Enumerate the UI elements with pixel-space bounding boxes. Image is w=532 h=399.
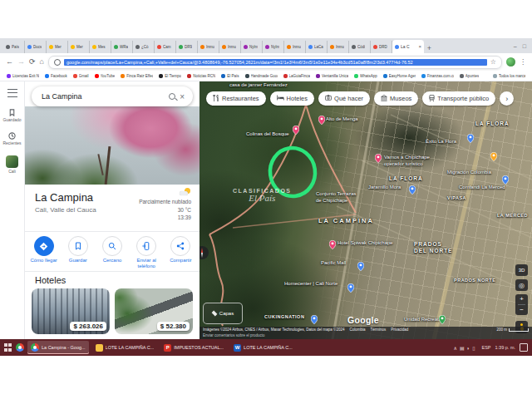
- forward-icon[interactable]: →: [17, 58, 25, 66]
- tray-caret-icon[interactable]: ∧: [454, 346, 457, 351]
- browser-tab[interactable]: Inmu: [328, 41, 349, 53]
- map-pin-orange[interactable]: [490, 150, 497, 165]
- url-text[interactable]: google.com/maps/place/La+Campina,+Cali,+…: [64, 59, 487, 66]
- browser-tab[interactable]: Inmu: [284, 41, 306, 53]
- attribution-link[interactable]: Colombia: [349, 328, 365, 333]
- map-pin-blue[interactable]: [502, 173, 509, 188]
- browser-tab[interactable]: Inmu: [219, 41, 241, 53]
- chrome-pinned-icon[interactable]: [16, 343, 24, 352]
- bookmarks-overflow[interactable]: Todos los marcad...: [493, 74, 525, 78]
- clock[interactable]: 1:39 p. m.: [495, 345, 515, 350]
- map-pin-green[interactable]: [439, 313, 446, 328]
- compass-control[interactable]: [200, 246, 209, 259]
- map-pin-pink[interactable]: [329, 238, 336, 253]
- home-icon[interactable]: ⌂: [40, 58, 44, 66]
- hotel-card[interactable]: $ 52.380: [115, 288, 193, 334]
- menu-icon[interactable]: [7, 89, 17, 97]
- chip-restaurant[interactable]: Restaurantes: [206, 91, 266, 106]
- place-photo[interactable]: [25, 106, 200, 185]
- zoom-out-button[interactable]: −: [520, 307, 524, 313]
- bookmark-item[interactable]: Finanzas.com.co: [421, 74, 454, 78]
- active-tab[interactable]: La C ×: [392, 40, 424, 53]
- bookmark-item[interactable]: Facebook: [45, 74, 67, 78]
- browser-tab[interactable]: Mer: [68, 41, 90, 53]
- action-share[interactable]: Compartir: [164, 236, 197, 269]
- taskbar-app-button[interactable]: LOTE LA CAMPIÑA C...: [92, 341, 158, 354]
- notification-center-icon[interactable]: [520, 343, 528, 352]
- kebab-menu-icon[interactable]: ⋮: [520, 58, 526, 66]
- bookmark-item[interactable]: YouTube: [95, 74, 116, 78]
- tray-network-icon[interactable]: ▯: [472, 346, 475, 351]
- map-pin-pink[interactable]: [375, 151, 382, 166]
- browser-tab[interactable]: Mes: [90, 41, 111, 53]
- search-input[interactable]: [40, 91, 165, 101]
- refresh-icon[interactable]: ⟳: [29, 58, 36, 66]
- feedback-link[interactable]: Enviar comentarios sobre el producto: [203, 333, 529, 339]
- tab-close-icon[interactable]: ×: [418, 44, 421, 49]
- browser-tab[interactable]: DR9: [176, 41, 198, 53]
- browser-tab[interactable]: Inmu: [198, 41, 219, 53]
- 3d-toggle-button[interactable]: 3D: [515, 264, 528, 276]
- map-pin-blue[interactable]: [347, 281, 354, 296]
- profile-avatar[interactable]: [506, 57, 515, 66]
- sidebar-item-recents[interactable]: Recientes: [2, 132, 21, 145]
- browser-tab[interactable]: ¿Có: [133, 41, 155, 53]
- new-tab-button[interactable]: +: [424, 42, 435, 53]
- map-pin-blue[interactable]: [467, 131, 474, 146]
- browser-tab[interactable]: Cam: [155, 41, 176, 53]
- chip-camera[interactable]: Qué hacer: [318, 91, 370, 106]
- chips-more-button[interactable]: ›: [500, 91, 514, 106]
- map-pin-blue[interactable]: [409, 183, 416, 198]
- browser-tab[interactable]: Nylm: [263, 41, 284, 53]
- tray-volume-icon[interactable]: ◗: [467, 346, 470, 351]
- map-pin-pink[interactable]: [293, 123, 299, 138]
- sidebar-item-saved[interactable]: Guardado: [2, 109, 21, 122]
- taskbar-app-button[interactable]: La Campina - Goog...: [27, 341, 89, 354]
- sidebar-item-profile[interactable]: Cali: [6, 155, 18, 174]
- back-icon[interactable]: ←: [6, 58, 13, 66]
- bookmark-item[interactable]: WhatsApp: [354, 74, 377, 78]
- taskbar-app-button[interactable]: PIMPUESTOS ACTUAL...: [160, 341, 227, 354]
- map-pin-blue[interactable]: [357, 259, 364, 274]
- zoom-in-button[interactable]: +: [520, 296, 524, 303]
- browser-tab[interactable]: Nylm: [241, 41, 263, 53]
- bookmark-star-icon[interactable]: ☆: [490, 58, 496, 66]
- map-pin-pink[interactable]: [318, 113, 325, 128]
- action-bookmark[interactable]: Guardar: [62, 236, 95, 269]
- bookmark-item[interactable]: Noticias RCN: [187, 74, 215, 78]
- bookmark-item[interactable]: Finca Raiz Effec: [121, 74, 153, 78]
- action-send-to-phone[interactable]: Enviar al teléfono: [130, 236, 163, 269]
- search-icon[interactable]: [169, 93, 175, 100]
- site-info-icon[interactable]: [54, 59, 61, 66]
- browser-tab[interactable]: WRa: [111, 41, 133, 53]
- bookmark-item[interactable]: Ventanilla Única de...: [316, 74, 348, 78]
- minimize-button[interactable]: –: [514, 43, 517, 49]
- hotel-card[interactable]: $ 263.026: [32, 288, 110, 334]
- bookmark-item[interactable]: Gmail: [73, 74, 89, 78]
- browser-tab[interactable]: País: [3, 41, 25, 53]
- attribution-link[interactable]: Privacidad: [391, 328, 408, 333]
- browser-tab[interactable]: Docs: [25, 41, 47, 53]
- bookmark-item[interactable]: El Tiempo: [159, 74, 181, 78]
- action-directions[interactable]: Cómo llegar: [27, 236, 61, 269]
- bookmark-item[interactable]: Apuntes: [460, 74, 480, 78]
- map-pin-blue[interactable]: [311, 313, 318, 328]
- browser-tab[interactable]: Mer: [47, 41, 68, 53]
- search-box[interactable]: ×: [32, 86, 193, 106]
- bookmark-item[interactable]: Handmade Goodye: [245, 74, 278, 78]
- chip-museum[interactable]: Museos: [374, 91, 418, 106]
- language-indicator[interactable]: ESP: [482, 345, 491, 350]
- browser-tab[interactable]: LaCa: [306, 41, 328, 53]
- url-bar[interactable]: google.com/maps/place/La+Campina,+Cali,+…: [48, 56, 502, 69]
- bookmark-item[interactable]: LaGuiaFinca: [283, 74, 311, 78]
- chip-hotel[interactable]: Hoteles: [270, 91, 314, 106]
- my-location-button[interactable]: ◎: [515, 279, 528, 291]
- taskbar-app-button[interactable]: WLOTE LA CAMPIÑA C...: [230, 341, 296, 354]
- chip-transit[interactable]: Transporte público: [422, 91, 495, 106]
- action-nearby[interactable]: Cercano: [96, 236, 129, 269]
- bookmark-item[interactable]: El País: [221, 74, 239, 78]
- start-button-icon[interactable]: [4, 343, 12, 352]
- browser-tab[interactable]: DRD: [371, 41, 392, 53]
- tray-battery-icon[interactable]: ▤: [460, 346, 465, 351]
- browser-tab[interactable]: Códi: [349, 41, 371, 53]
